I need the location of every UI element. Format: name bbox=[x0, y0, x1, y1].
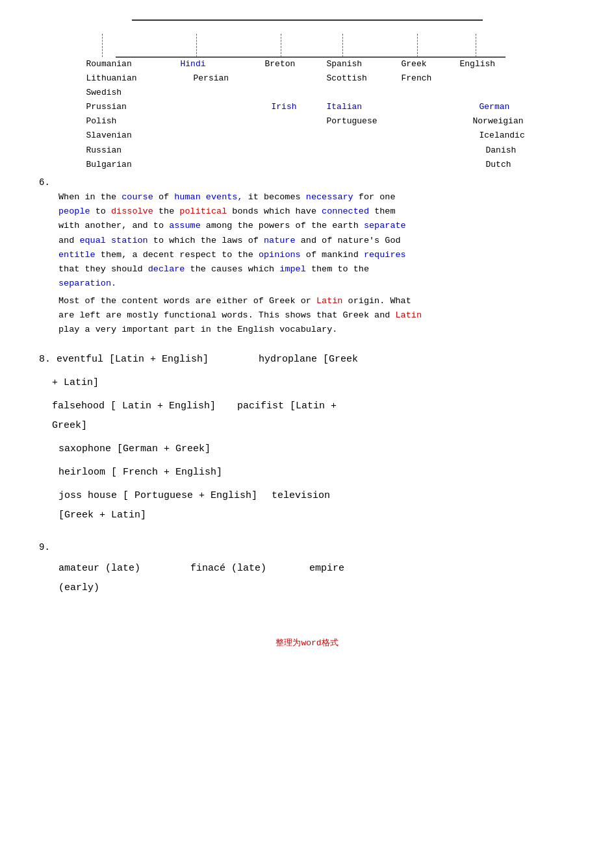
col4-labels: Spanish Scottish Italian Portuguese bbox=[327, 57, 377, 129]
text-to: to bbox=[90, 206, 111, 216]
language-tree: Roumanian Lithuanian Swedish Prussian Po… bbox=[41, 34, 574, 172]
section-9-line1: amateur (late) finacé (late) empire bbox=[39, 559, 575, 578]
section-6-para1: When in the course of human events, it b… bbox=[58, 190, 520, 291]
col6-labels: English German Norweigian Icelandic Dani… bbox=[460, 57, 525, 172]
text-it-becomes: it becomes bbox=[243, 192, 306, 202]
footer-note: 整理为word格式 bbox=[39, 637, 575, 649]
text-opinions: opinions bbox=[259, 250, 301, 260]
section-8-line4: Greek] bbox=[39, 416, 575, 436]
section-8-number: 8. eventful [Latin + English] hydroplane… bbox=[39, 350, 575, 369]
text-and: and bbox=[58, 236, 79, 245]
branch-tick-3 bbox=[281, 34, 281, 57]
text-them: them bbox=[369, 206, 396, 216]
branch-col-3: Breton Irish bbox=[265, 34, 327, 114]
section-6: 6. When in the course of human events, i… bbox=[39, 177, 575, 338]
section-9-line2: (early) bbox=[39, 578, 575, 598]
branch-col-4: Spanish Scottish Italian Portuguese bbox=[327, 34, 402, 129]
text-and-natures-god: and of nature's God bbox=[296, 236, 401, 245]
text-of: of bbox=[153, 192, 174, 202]
horizontal-line bbox=[132, 19, 483, 21]
text-which-have: which have bbox=[264, 206, 322, 216]
text-separate: separate bbox=[364, 221, 406, 230]
text-course: course bbox=[122, 192, 153, 202]
text-latin: Latin bbox=[316, 296, 343, 306]
section-8-line5: saxophone [German + Greek] bbox=[39, 440, 575, 459]
text-nature: nature bbox=[264, 236, 296, 245]
section-9: 9. amateur (late) finacé (late) empire (… bbox=[39, 538, 575, 598]
text-dissolve: dissolve bbox=[111, 206, 153, 216]
text-human-events: human events, bbox=[174, 192, 242, 202]
text-play: play a very important part in the Englis… bbox=[58, 325, 337, 334]
branch-tick-2 bbox=[196, 34, 197, 57]
text-the: the bbox=[153, 206, 180, 216]
text-necessary: necessary bbox=[306, 192, 353, 202]
section-8-line6: heirloom [ French + English] bbox=[39, 463, 575, 482]
branch-col-5: Greek French bbox=[402, 34, 460, 86]
text-political: political bbox=[179, 206, 227, 216]
branch-tick-6 bbox=[476, 34, 476, 57]
col3-labels: Breton Irish bbox=[265, 57, 297, 114]
text-latin2: Latin bbox=[395, 310, 422, 320]
section-9-number: 9. bbox=[39, 538, 575, 556]
section-8-line2: + Latin] bbox=[39, 373, 575, 393]
col5-labels: Greek French bbox=[402, 57, 432, 86]
text-entitle: entitle bbox=[58, 250, 96, 260]
col2-labels: Hindi Persian bbox=[181, 57, 229, 86]
text-bonds: bonds bbox=[227, 206, 264, 216]
text-with-another: with another, and to bbox=[58, 221, 169, 230]
text-are-left: are left are mostly functional words. Th… bbox=[58, 310, 395, 320]
text-to-which: to which the laws of bbox=[148, 236, 264, 245]
text-people: people bbox=[58, 206, 90, 216]
section-6-para2: Most of the content words are either of … bbox=[58, 294, 520, 338]
text-causes: the causes which bbox=[185, 264, 279, 274]
branch-tick-4 bbox=[342, 34, 343, 57]
section-6-content: When in the course of human events, it b… bbox=[58, 190, 520, 338]
text-separation: separation. bbox=[58, 279, 116, 288]
section-8-line7: joss house [ Portuguese + English] telev… bbox=[39, 486, 575, 506]
col1-labels: Roumanian Lithuanian Swedish Prussian Po… bbox=[86, 57, 137, 172]
text-among: among the powers of the earth bbox=[201, 221, 364, 230]
text-requires: requires bbox=[364, 250, 406, 260]
branch-col-1: Roumanian Lithuanian Swedish Prussian Po… bbox=[86, 34, 181, 172]
text-origin: origin. What bbox=[342, 296, 411, 306]
text-declare: declare bbox=[148, 264, 185, 274]
section-6-number: 6. bbox=[39, 177, 575, 188]
section-8-line8: [Greek + Latin] bbox=[39, 506, 575, 525]
text-normal: When in the bbox=[58, 192, 122, 202]
branch-col-2: Hindi Persian bbox=[181, 34, 265, 86]
section-8-line3: falsehood [ Latin + English] pacifist [L… bbox=[39, 397, 575, 416]
text-of-mankind: of mankind bbox=[301, 250, 364, 260]
text-assume: assume bbox=[169, 221, 201, 230]
text-them-to: them to the bbox=[306, 264, 369, 274]
branch-tick-1 bbox=[102, 34, 103, 57]
branch-tick-5 bbox=[417, 34, 418, 57]
text-equal-station: equal station bbox=[79, 236, 147, 245]
tree-top-connector bbox=[116, 56, 505, 58]
text-for-one: for one bbox=[353, 192, 396, 202]
text-that-they: that they should bbox=[58, 264, 148, 274]
text-connected: connected bbox=[322, 206, 369, 216]
branch-col-6: English German Norweigian Icelandic Dani… bbox=[460, 34, 544, 172]
text-them-decent: them, a decent respect to the bbox=[96, 250, 259, 260]
section-8: 8. eventful [Latin + English] hydroplane… bbox=[39, 350, 575, 525]
text-impel: impel bbox=[279, 264, 306, 274]
text-most-content: Most of the content words are either of … bbox=[58, 296, 316, 306]
